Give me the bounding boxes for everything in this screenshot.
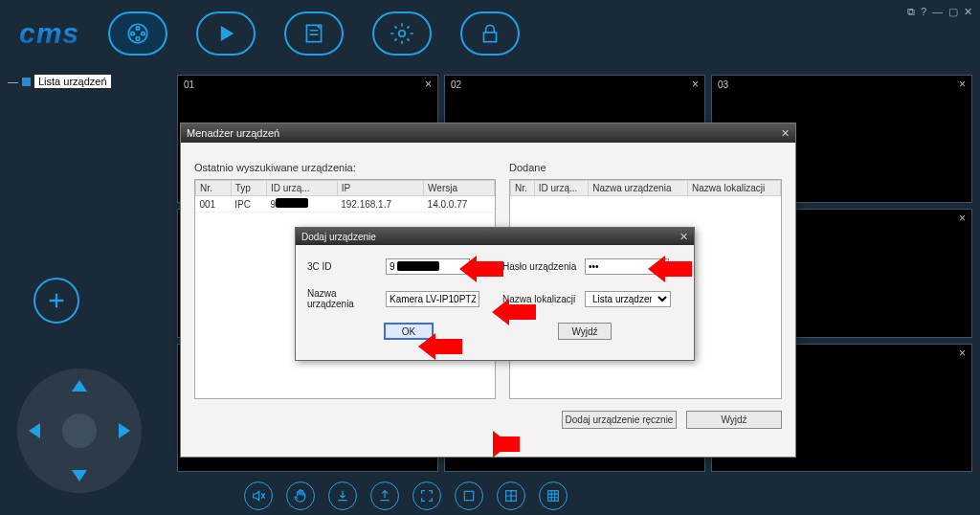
device-name-input[interactable] [386, 291, 479, 307]
window-dualscreen-icon[interactable]: ⧉ [907, 6, 915, 18]
hand-icon [293, 488, 308, 504]
table-row[interactable]: 001 IPC 9 192.168.1.7 14.0.0.77 [196, 196, 495, 213]
play-icon [213, 21, 238, 46]
nav-live-button[interactable] [108, 11, 167, 56]
window-help-icon[interactable]: ? [921, 6, 926, 18]
device-manager-close-icon[interactable]: ✕ [781, 127, 790, 140]
film-reel-icon [125, 21, 150, 46]
ptz-up-button[interactable] [72, 380, 87, 392]
nav-lock-button[interactable] [460, 11, 520, 56]
tree-node-icon [22, 78, 31, 86]
recent-devices-label: Ostatnio wyszukiwane urządzenia: [194, 162, 496, 173]
layout-4-button[interactable] [497, 481, 525, 510]
nav-playback-button[interactable] [196, 11, 256, 56]
device-manager-titlebar[interactable]: Menadżer urządzeń ✕ [181, 123, 795, 143]
ptz-down-button[interactable] [72, 470, 87, 481]
tile-close-icon[interactable]: × [959, 212, 966, 225]
add-device-dialog: Dodaj urządzenie ✕ 3C ID Hasło urządzeni… [295, 227, 695, 361]
grid4-icon [503, 488, 519, 504]
app-header: cms ⧉ ? — ▢ ✕ [0, 0, 980, 67]
tile-close-icon[interactable]: × [959, 78, 966, 91]
password-label: Hasło urządzenia [502, 261, 577, 272]
svg-point-6 [399, 31, 406, 37]
fullscreen-button[interactable] [412, 481, 441, 510]
pan-button[interactable] [286, 481, 315, 510]
tile-close-icon[interactable]: × [959, 347, 966, 360]
ptz-center-button[interactable] [62, 414, 97, 448]
location-select[interactable]: Lista urządzeń [585, 291, 671, 307]
add-device-button[interactable] [33, 278, 79, 324]
tile-close-icon[interactable]: × [425, 78, 432, 91]
id-label: 3C ID [307, 261, 378, 272]
import-icon [335, 488, 350, 504]
device-manager-exit-button[interactable]: Wyjdź [686, 411, 782, 429]
window-maximize-icon[interactable]: ▢ [948, 6, 958, 18]
ptz-left-button[interactable] [29, 423, 40, 438]
add-device-titlebar[interactable]: Dodaj urządzenie ✕ [296, 228, 694, 245]
svg-rect-7 [484, 33, 497, 42]
svg-point-1 [136, 27, 139, 30]
window-minimize-icon[interactable]: — [932, 6, 943, 18]
app-logo: cms [19, 17, 79, 50]
gear-icon [390, 21, 414, 46]
added-devices-label: Dodane [509, 162, 782, 173]
mute-button[interactable] [244, 481, 273, 510]
preview-toolbar [244, 481, 568, 510]
tree-root-label: Lista urządzeń [34, 75, 111, 88]
mute-icon [251, 488, 266, 504]
tile-close-icon[interactable]: × [692, 78, 699, 91]
nav-log-button[interactable] [284, 11, 344, 56]
ptz-dpad [17, 369, 142, 493]
svg-rect-8 [464, 491, 473, 500]
svg-point-2 [136, 37, 139, 40]
add-device-exit-button[interactable]: Wyjdź [558, 323, 612, 340]
add-device-close-icon[interactable]: ✕ [679, 231, 688, 243]
svg-point-4 [142, 32, 145, 34]
fullscreen-icon [419, 488, 434, 504]
tree-root-item[interactable]: — Lista urządzeń [8, 75, 155, 88]
window-close-icon[interactable]: ✕ [964, 6, 972, 18]
grid9-icon [546, 488, 561, 504]
notes-icon [301, 21, 326, 46]
grid1-icon [461, 488, 477, 504]
lock-icon [478, 21, 502, 46]
location-label: Nazwa lokalizacji [502, 294, 577, 304]
svg-rect-10 [548, 491, 559, 502]
export-icon [377, 488, 392, 504]
window-controls: ⧉ ? — ▢ ✕ [907, 6, 972, 18]
tree-expander-icon[interactable]: — [8, 76, 18, 87]
password-input[interactable] [585, 258, 669, 275]
plus-icon [46, 290, 67, 311]
device-name-label: Nazwa urządzenia [307, 288, 378, 309]
ptz-right-button[interactable] [119, 423, 130, 438]
add-device-title: Dodaj urządzenie [301, 232, 376, 242]
device-manager-title: Menadżer urządzeń [187, 127, 279, 139]
export-button[interactable] [370, 481, 399, 510]
device-tree-panel: — Lista urządzeń [0, 67, 163, 354]
svg-point-3 [131, 32, 134, 34]
layout-1-button[interactable] [455, 481, 483, 510]
layout-9-button[interactable] [539, 481, 568, 510]
add-manual-button[interactable]: Dodaj urządzenie ręcznie [562, 411, 677, 429]
import-button[interactable] [328, 481, 357, 510]
ok-button[interactable]: OK [384, 323, 434, 340]
nav-settings-button[interactable] [372, 11, 432, 56]
